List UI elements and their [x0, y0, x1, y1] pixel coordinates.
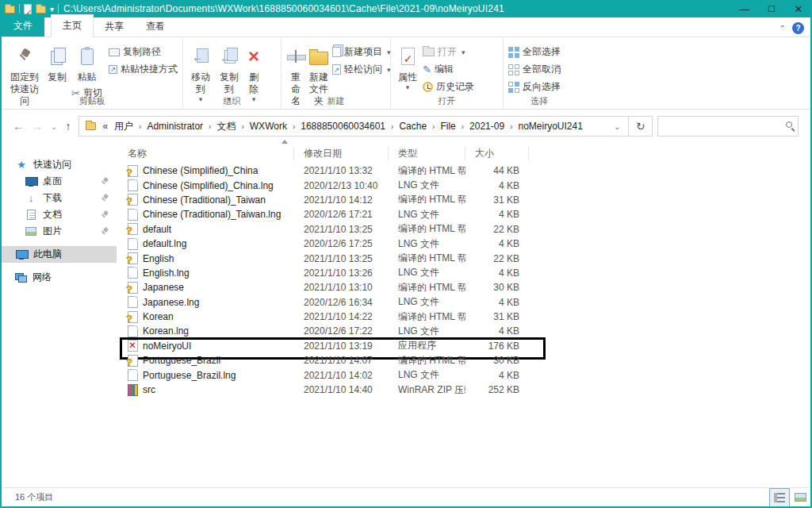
tab-view[interactable]: 查看: [135, 17, 176, 37]
file-date: 2021/1/10 14:40: [294, 384, 389, 395]
file-row[interactable]: Chinese (Simplified)_China.lng2020/12/13…: [118, 178, 810, 192]
open-button[interactable]: 打开: [421, 44, 476, 60]
breadcrumb-item[interactable]: noMeiryoUI241: [513, 119, 587, 133]
recent-locations-chevron-icon[interactable]: ⌄: [51, 122, 57, 131]
tab-home[interactable]: 主页: [51, 14, 94, 37]
file-row[interactable]: Korean2021/1/10 14:22编译的 HTML 帮...31 KB: [118, 310, 810, 324]
sidebar-item-download[interactable]: 下载: [2, 190, 117, 206]
address-box[interactable]: « 用户Administrator文档WXWork168885006003460…: [79, 116, 629, 137]
file-row[interactable]: noMeiryoUI2021/1/10 13:19应用程序176 KB: [118, 339, 810, 353]
file-row[interactable]: Portuguese_Brazil.lng2021/1/10 14:02LNG …: [118, 368, 810, 382]
breadcrumb-item[interactable]: 2021-09: [465, 119, 509, 133]
select-all-icon: [508, 47, 519, 58]
column-header-date[interactable]: 修改日期: [294, 146, 389, 160]
column-header-type[interactable]: 类型: [389, 146, 465, 160]
sidebar-item-pictures[interactable]: 图片: [2, 223, 117, 240]
download-icon: [25, 192, 37, 205]
breadcrumb-item[interactable]: 1688850060034601: [296, 119, 390, 133]
new-item-button[interactable]: 新建项目: [331, 44, 393, 60]
file-size: 4 KB: [465, 180, 529, 191]
sidebar-item-label: 快速访问: [33, 158, 71, 171]
maximize-button[interactable]: ☐: [758, 0, 785, 17]
file-row[interactable]: Chinese (Traditional)_Taiwan2021/1/10 14…: [118, 193, 810, 207]
sidebar-item-label: 此电脑: [33, 248, 62, 261]
properties-button[interactable]: 属性: [394, 41, 421, 94]
new-folder-quick-icon[interactable]: [36, 6, 46, 13]
toolbar-separator: [19, 4, 20, 13]
breadcrumb-item[interactable]: WXWork: [245, 119, 292, 133]
file-row[interactable]: default.lng2020/12/6 17:25LNG 文件4 KB: [118, 237, 810, 251]
paste-shortcut-button[interactable]: ↗ 粘贴快捷方式: [107, 62, 179, 77]
file-row[interactable]: Korean.lng2020/12/6 17:22LNG 文件4 KB: [118, 324, 810, 338]
copy-path-button[interactable]: ⋯ 复制路径: [107, 44, 179, 60]
details-view-button[interactable]: [769, 488, 790, 507]
file-row[interactable]: Portuguese_Brazil2021/1/10 14:07编译的 HTML…: [118, 353, 810, 368]
view-toggles: [769, 488, 810, 507]
group-label-clipboard: 剪贴板: [2, 95, 182, 107]
address-dropdown-chevron-icon[interactable]: ⌄: [609, 122, 625, 131]
column-header-size[interactable]: 大小: [465, 146, 529, 160]
refresh-button[interactable]: ↻: [629, 116, 653, 137]
tab-share[interactable]: 共享: [94, 17, 135, 37]
file-date: 2021/1/10 13:26: [294, 267, 389, 279]
easy-access-button[interactable]: ↗ 轻松访问: [331, 62, 393, 77]
file-date: 2021/1/10 13:32: [294, 165, 389, 176]
file-row[interactable]: default2021/1/10 13:25编译的 HTML 帮...22 KB: [118, 222, 810, 237]
up-arrow-icon[interactable]: ↑: [65, 120, 71, 133]
properties-quick-icon[interactable]: [24, 4, 32, 14]
edit-button[interactable]: ✎ 编辑: [421, 62, 476, 77]
file-row[interactable]: Japanese.lng2020/12/6 16:34LNG 文件4 KB: [118, 295, 810, 310]
help-icon[interactable]: ?: [792, 22, 804, 34]
window-controls: — ☐ ✕: [731, 0, 812, 17]
tab-file[interactable]: 文件: [2, 15, 44, 37]
thumbnail-view-button[interactable]: [790, 488, 810, 507]
breadcrumb-item[interactable]: 文档: [212, 118, 240, 135]
select-none-button[interactable]: 全部取消: [507, 62, 562, 77]
paste-button[interactable]: 粘贴: [71, 41, 103, 85]
file-type: 编译的 HTML 帮...: [389, 193, 465, 206]
column-header-name[interactable]: 名称: [118, 146, 294, 160]
file-type-lng-icon: [128, 369, 138, 381]
breadcrumb-item[interactable]: 用户: [109, 118, 138, 135]
back-arrow-icon[interactable]: ←: [13, 120, 24, 133]
customize-toolbar-chevron-icon[interactable]: [50, 3, 54, 14]
copy-button[interactable]: 复制: [44, 41, 70, 85]
file-row[interactable]: Chinese (Simplified)_China2021/1/10 13:3…: [118, 164, 810, 178]
group-label-select: 选择: [504, 95, 575, 107]
file-row[interactable]: English.lng2021/1/10 13:26LNG 文件4 KB: [118, 266, 810, 280]
breadcrumb-item[interactable]: File: [435, 119, 460, 133]
file-date: 2021/1/10 13:19: [294, 341, 389, 352]
search-input[interactable]: [658, 117, 798, 136]
breadcrumb-overflow-chevron[interactable]: «: [101, 121, 109, 132]
breadcrumb-item[interactable]: Cache: [394, 119, 431, 133]
file-type: 编译的 HTML 帮...: [389, 354, 465, 368]
sidebar-item-document[interactable]: 文档: [2, 206, 117, 223]
sidebar-item-label: 文档: [43, 208, 62, 221]
file-row[interactable]: src2021/1/10 14:40WinRAR ZIP 压缩...252 KB: [118, 383, 810, 397]
ribbon-group-clipboard: 固定到快速访问 复制 粘贴 ✂ 剪切 ⋯ 复制路径: [2, 38, 183, 109]
sidebar-item-desktop[interactable]: 桌面: [2, 173, 117, 190]
file-date: 2021/1/10 14:02: [294, 370, 389, 381]
file-name: default: [143, 224, 171, 235]
ribbon-group-select: 全部选择 全部取消 反向选择 选择: [504, 38, 575, 109]
file-type-lng-icon: [128, 325, 138, 337]
sidebar-item-network[interactable]: 网络: [2, 269, 117, 286]
file-type-lng-icon: [128, 267, 138, 279]
file-row[interactable]: Chinese (Traditional)_Taiwan.lng2020/12/…: [118, 207, 810, 221]
sidebar-item-this-pc[interactable]: 此电脑: [2, 246, 117, 263]
minimize-button[interactable]: —: [731, 0, 758, 17]
history-button[interactable]: 历史记录: [421, 79, 476, 94]
file-size: 31 KB: [465, 194, 529, 206]
file-name: Japanese: [143, 282, 184, 293]
forward-arrow-icon[interactable]: →: [32, 120, 43, 133]
file-row[interactable]: English2021/1/10 13:25编译的 HTML 帮...22 KB: [118, 251, 810, 265]
desktop-icon: [25, 175, 37, 188]
sidebar-item-star[interactable]: 快速访问: [2, 156, 117, 173]
close-button[interactable]: ✕: [785, 0, 812, 17]
select-all-button[interactable]: 全部选择: [507, 44, 562, 60]
invert-selection-button[interactable]: 反向选择: [507, 79, 562, 94]
collapse-ribbon-icon[interactable]: ⌃: [779, 24, 786, 33]
file-row[interactable]: Japanese2021/1/10 13:10编译的 HTML 帮...30 K…: [118, 280, 810, 294]
file-date: 2020/12/6 17:21: [294, 209, 389, 220]
breadcrumb-item[interactable]: Administrator: [142, 119, 208, 133]
